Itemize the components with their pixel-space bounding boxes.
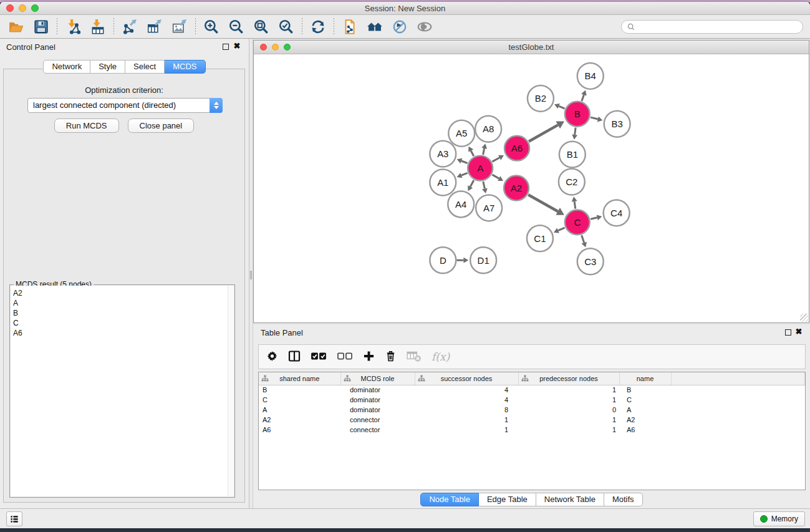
- graph-edge-A-A5[interactable]: [471, 151, 474, 157]
- table-cell[interactable]: 1: [518, 415, 619, 425]
- optimization-criterion-select[interactable]: largest connected component (directed): [27, 98, 223, 113]
- table-cell[interactable]: 1: [518, 395, 619, 405]
- graph-edge-A-A2[interactable]: [492, 175, 499, 178]
- table-cell[interactable]: 1: [518, 385, 619, 395]
- clone-network-button[interactable]: [337, 17, 362, 36]
- run-mcds-button[interactable]: Run MCDS: [54, 118, 119, 133]
- column-header-MCDS-role[interactable]: MCDS role: [340, 372, 415, 385]
- mcds-result-item[interactable]: A: [13, 298, 234, 308]
- table-close-panel-icon[interactable]: ✖: [794, 327, 803, 336]
- table-cell[interactable]: 0: [518, 405, 619, 415]
- table-row[interactable]: A6connector11A6: [259, 425, 805, 435]
- export-image-button[interactable]: [167, 17, 192, 36]
- graph-edge-A-A3[interactable]: [461, 161, 468, 163]
- graph-edge-B-B1[interactable]: [575, 128, 576, 135]
- export-network-button[interactable]: [117, 17, 142, 36]
- table-row[interactable]: Cdominator41C: [259, 395, 805, 405]
- graph-edge-A-A1[interactable]: [461, 173, 468, 175]
- table-cell[interactable]: dominator: [340, 405, 415, 415]
- search-field[interactable]: [621, 20, 803, 34]
- table-cell[interactable]: A6: [619, 425, 671, 435]
- table-float-panel-icon[interactable]: [785, 329, 791, 336]
- column-header-shared-name[interactable]: shared name: [259, 372, 340, 385]
- close-panel-button[interactable]: Close panel: [128, 118, 195, 133]
- zoom-out-button[interactable]: [224, 17, 249, 36]
- function-builder-button[interactable]: f(x): [432, 349, 450, 365]
- table-cell[interactable]: B: [259, 385, 340, 395]
- first-neighbors-button[interactable]: [362, 17, 387, 36]
- refresh-view-button[interactable]: [306, 17, 330, 36]
- resize-grip-icon[interactable]: [800, 314, 808, 322]
- graph-edge-B-B2[interactable]: [559, 106, 564, 109]
- tab-network-table[interactable]: Network Table: [536, 493, 604, 506]
- mcds-result-item[interactable]: B: [13, 308, 234, 318]
- table-cell[interactable]: connector: [340, 425, 415, 435]
- show-hide-panels-button[interactable]: [412, 17, 437, 36]
- column-header-predecessor-nodes[interactable]: predecessor nodes: [518, 372, 619, 385]
- table-cell[interactable]: C: [259, 395, 340, 405]
- graph-edge-C-C4[interactable]: [591, 218, 597, 220]
- select-all-button[interactable]: [311, 349, 327, 365]
- import-table-button[interactable]: [85, 17, 110, 36]
- table-cell[interactable]: C: [619, 395, 671, 405]
- table-cell[interactable]: A6: [259, 425, 340, 435]
- save-session-button[interactable]: [29, 17, 54, 36]
- table-cell[interactable]: 1: [518, 425, 619, 435]
- delete-table-button[interactable]: [407, 349, 422, 365]
- graph-edge-A-A4[interactable]: [470, 180, 474, 187]
- tab-style[interactable]: Style: [90, 60, 125, 74]
- node-table[interactable]: shared nameMCDS rolesuccessor nodesprede…: [258, 372, 806, 490]
- graph-edge-A-A8[interactable]: [483, 148, 485, 155]
- mcds-result-item[interactable]: A6: [13, 328, 234, 338]
- table-cell[interactable]: A: [259, 405, 340, 415]
- zoom-selected-button[interactable]: [274, 17, 299, 36]
- table-cell[interactable]: dominator: [340, 385, 415, 395]
- tab-motifs[interactable]: Motifs: [604, 493, 643, 506]
- graph-edge-C-C3[interactable]: [582, 235, 584, 243]
- table-cell[interactable]: 4: [415, 395, 518, 405]
- graph-edge-A2-C[interactable]: [528, 195, 558, 211]
- table-cell[interactable]: B: [619, 385, 671, 395]
- tab-node-table[interactable]: Node Table: [420, 493, 479, 506]
- graph-edge-A-A7[interactable]: [483, 181, 485, 188]
- column-header-successor-nodes[interactable]: successor nodes: [415, 372, 518, 385]
- task-history-button[interactable]: [6, 511, 22, 526]
- close-panel-icon[interactable]: ✖: [233, 42, 241, 51]
- table-cell[interactable]: connector: [340, 415, 415, 425]
- table-cell[interactable]: 8: [415, 405, 518, 415]
- tab-mcds[interactable]: MCDS: [165, 60, 205, 74]
- table-cell[interactable]: A2: [259, 415, 340, 425]
- graph-edge-A6-B[interactable]: [529, 125, 558, 141]
- delete-row-button[interactable]: [385, 349, 397, 365]
- import-network-button[interactable]: [60, 17, 85, 36]
- table-row[interactable]: Bdominator41B: [259, 385, 805, 395]
- table-cell[interactable]: 1: [415, 425, 518, 435]
- gear-button[interactable]: [266, 349, 278, 365]
- graph-edge-C-C2[interactable]: [574, 201, 576, 209]
- graph-edge-B-B4[interactable]: [582, 95, 584, 101]
- network-canvas[interactable]: B4B2BB3A8A5A6A3B1AA1C2A2A4A7C4CC1C3DD1: [254, 55, 809, 322]
- graph-edge-A-A6[interactable]: [492, 158, 499, 162]
- table-row[interactable]: Adominator80A: [259, 405, 805, 415]
- graph-edge-C-C1[interactable]: [558, 228, 565, 231]
- table-cell[interactable]: dominator: [340, 395, 415, 405]
- mcds-result-item[interactable]: C: [13, 318, 234, 328]
- zoom-in-button[interactable]: [199, 17, 224, 36]
- panel-split-divider[interactable]: [249, 39, 253, 508]
- export-table-button[interactable]: [142, 17, 167, 36]
- tab-network[interactable]: Network: [43, 60, 90, 74]
- float-panel-icon[interactable]: [223, 44, 229, 50]
- columns-button[interactable]: [288, 349, 301, 365]
- table-cell[interactable]: A: [619, 405, 671, 415]
- tab-edge-table[interactable]: Edge Table: [479, 493, 536, 506]
- add-row-button[interactable]: [363, 349, 375, 365]
- zoom-fit-button[interactable]: [249, 17, 274, 36]
- memory-button[interactable]: Memory: [753, 511, 805, 526]
- table-cell[interactable]: 4: [415, 385, 518, 395]
- column-header-name[interactable]: name: [619, 372, 671, 385]
- graph-edge-B-B3[interactable]: [591, 117, 598, 119]
- result-scrollbar[interactable]: [228, 286, 234, 496]
- table-cell[interactable]: 1: [415, 415, 518, 425]
- deselect-all-button[interactable]: [337, 349, 353, 365]
- graphics-details-button[interactable]: [387, 17, 412, 36]
